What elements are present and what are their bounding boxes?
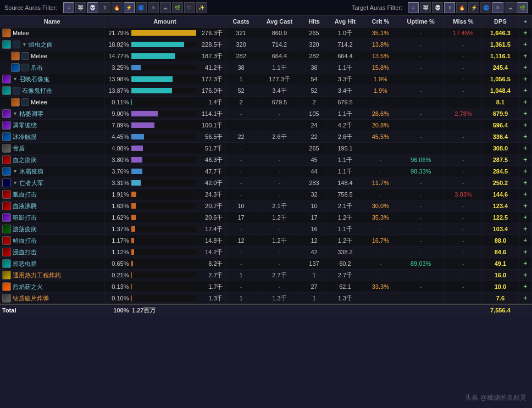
source-filter-icon-6[interactable]: ⚡ [124,2,135,13]
miss-cell: - [445,39,482,51]
source-filter-icon-10[interactable]: 🌿 [172,2,183,13]
expand-button[interactable]: + [519,177,532,189]
expand-button[interactable]: + [519,200,532,212]
target-filter-icon-7[interactable]: 🌀 [480,2,491,13]
target-filter-icon-9[interactable]: ☁ [505,2,516,13]
expand-button[interactable]: + [519,120,532,131]
expand-button[interactable]: + [519,154,532,166]
dropdown-arrow-icon[interactable]: ▼ [13,76,18,82]
miss-cell: - [445,281,482,293]
dropdown-arrow-icon[interactable]: ▼ [13,111,18,116]
bar-fill [131,53,175,59]
target-filter-icon-4[interactable]: 🗡 [444,2,455,13]
crit-cell: 13.5% [364,51,397,62]
avg-hit-cell: 60.2 [326,258,364,270]
sub-icon [21,64,29,71]
expand-button[interactable]: + [519,235,532,247]
pct-label: 1.63% [107,203,129,209]
target-filter-icon-8[interactable]: ❄ [492,2,503,13]
target-filter-icon-5[interactable]: 🔥 [456,2,467,13]
target-filter-icon-1[interactable]: ⚔ [408,2,419,13]
expand-button[interactable]: + [519,62,532,74]
hits-cell: 42 [302,247,326,258]
expand-button[interactable]: + [519,97,532,108]
crit-cell: 20.8% [364,120,397,131]
expand-button[interactable]: + [519,74,532,85]
expand-button[interactable]: + [519,108,532,120]
dps-cell: 16.0 [482,270,519,281]
source-filter-icon-4[interactable]: 🗡 [99,2,110,13]
expand-button[interactable]: + [519,258,532,270]
expand-button[interactable]: + [519,293,532,305]
crit-cell: 1.9% [364,74,397,85]
bar-wrapper [131,53,196,59]
source-filter-icon-12[interactable]: ✨ [196,2,207,13]
expand-button[interactable]: + [519,189,532,200]
name-cell: ▼枯萎凋零 [0,108,104,120]
name-cell: 爪击 [0,62,104,74]
bar-fill [131,30,196,36]
amount-cell: 13.87% 176.0千 [104,85,225,97]
avg-hit-cell: 2.1千 [326,200,364,212]
avg-cast-cell: - [257,247,302,258]
dps-cell: 1,361.5 [482,39,519,51]
source-filter-icon-9[interactable]: ☁ [160,2,171,13]
spell-name-label: 溅血打击 [13,191,37,199]
expand-button[interactable]: + [519,51,532,62]
crit-cell: 33.3% [364,281,397,293]
pct-label: 18.02% [107,41,129,48]
avg-cast-cell: 1.3千 [257,293,302,305]
spell-name-label: 血液沸腾 [13,202,37,210]
table-row: ▼召唤石像鬼 13.98% 177.3千 1177.3千543.3千1.9%--… [0,74,532,85]
spell-icon [2,282,11,291]
dropdown-arrow-icon[interactable]: ▼ [13,180,18,186]
expand-button[interactable]: + [519,247,532,258]
hits-cell: 1 [302,293,326,305]
expand-button[interactable]: + [519,223,532,235]
spell-icon [2,132,11,141]
expand-button[interactable]: + [519,212,532,223]
expand-button[interactable]: + [519,166,532,177]
amount-value: 14.2千 [198,248,223,256]
expand-button[interactable]: + [519,270,532,281]
casts-cell: - [225,247,257,258]
source-filter-icon-3[interactable]: 💀 [87,2,98,13]
amount-cell: 7.89% 100.1千 [104,120,225,131]
avg-hit-cell: 148.4 [326,177,364,189]
source-filter-icon-7[interactable]: 🌀 [136,2,147,13]
miss-cell: 3.03% [445,189,482,200]
bar-wrapper [131,76,196,82]
col-name: Name [0,16,104,27]
amount-cell: 0.11% 1.4千 [104,97,225,108]
source-filter-icon-2[interactable]: 🐺 [75,2,86,13]
expand-button[interactable]: + [519,85,532,97]
target-filter-icon-6[interactable]: ⚡ [468,2,479,13]
expand-button[interactable]: + [519,27,532,39]
bar-fill [131,42,185,47]
expand-button[interactable]: + [519,143,532,154]
source-filter-icon-5[interactable]: 🔥 [112,2,123,13]
source-filter-label: Source Auras Filter: [4,4,58,11]
source-filter-icon-8[interactable]: ❄ [148,2,159,13]
crit-cell: 28.6% [364,108,397,120]
target-filter-icon-10[interactable]: 🌿 [517,2,528,13]
dropdown-arrow-icon[interactable]: ▼ [13,169,18,174]
avg-cast-cell: 3.4千 [257,85,302,97]
source-filter-icon-1[interactable]: ⚔ [63,2,74,13]
avg-hit-cell: 2.6千 [326,131,364,143]
name-cell: ▼蛆虫之面 [0,39,104,51]
expand-button[interactable]: + [519,281,532,293]
hits-cell: 44 [302,166,326,177]
dropdown-arrow-icon[interactable]: ▼ [22,42,27,47]
expand-button[interactable]: + [519,131,532,143]
spell-icon [11,98,20,107]
source-filter-icon-11[interactable]: 🛡 [184,2,195,13]
expand-button[interactable]: + [519,39,532,51]
dps-cell: 1,646.3 [482,27,519,39]
target-filter-icon-3[interactable]: 💀 [432,2,443,13]
target-filter-icon-2[interactable]: 🐺 [420,2,431,13]
avg-hit-cell: 1.2千 [326,235,364,247]
avg-hit-cell: 1.1千 [326,108,364,120]
bar-wrapper [131,215,196,220]
bar-wrapper [131,134,196,139]
